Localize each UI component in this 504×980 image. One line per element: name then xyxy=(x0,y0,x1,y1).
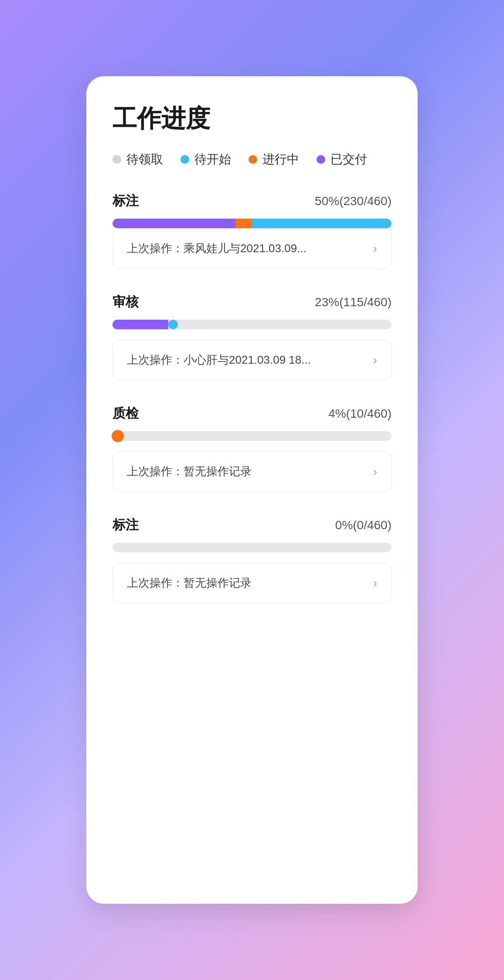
section-label-3: 质检 xyxy=(112,405,139,422)
chevron-icon-3: › xyxy=(373,465,377,479)
legend-item-inprogress: 进行中 xyxy=(249,151,299,168)
legend-label-waiting: 待开始 xyxy=(194,151,231,168)
section-stats-4: 0%(0/460) xyxy=(335,518,392,532)
section-label-2: 审核 xyxy=(112,293,139,311)
section-header-1: 标注 50%(230/460) xyxy=(112,192,392,210)
section-annotation-1: 标注 50%(230/460) 上次操作：乘风娃儿与2021.03.09... … xyxy=(112,192,392,269)
section-label-4: 标注 xyxy=(112,516,139,534)
legend-item-waiting: 待开始 xyxy=(180,151,231,168)
section-header-4: 标注 0%(0/460) xyxy=(112,516,392,534)
action-text-3: 上次操作：暂无操作记录 xyxy=(127,464,373,479)
section-quality: 质检 4%(10/460) 上次操作：暂无操作记录 › xyxy=(112,405,392,492)
bar2-blue-dot xyxy=(168,320,178,329)
section-header-3: 质检 4%(10/460) xyxy=(112,405,392,422)
bar1-blue-segment xyxy=(252,219,392,228)
legend-dot-inprogress xyxy=(249,155,257,164)
chevron-icon-2: › xyxy=(373,353,377,367)
legend-dot-pending xyxy=(112,155,121,164)
section-stats-3: 4%(10/460) xyxy=(328,407,392,421)
progress-bar-quality xyxy=(112,431,392,441)
main-card: 工作进度 待领取 待开始 进行中 已交付 标注 50%(230/460) xyxy=(86,76,418,904)
section-stats-2: 23%(115/460) xyxy=(315,295,392,309)
action-button-2[interactable]: 上次操作：小心肝与2021.03.09 18... › xyxy=(112,340,392,380)
section-label-1: 标注 xyxy=(112,192,139,210)
legend-label-inprogress: 进行中 xyxy=(262,151,299,168)
action-text-2: 上次操作：小心肝与2021.03.09 18... xyxy=(127,352,373,368)
chevron-icon-1: › xyxy=(373,242,377,256)
bar1-purple-segment xyxy=(112,219,235,228)
page-title: 工作进度 xyxy=(112,102,392,135)
section-annotation-2: 标注 0%(0/460) 上次操作：暂无操作记录 › xyxy=(112,516,392,603)
progress-bar-review xyxy=(112,320,392,329)
progress-bar-annotation-1 xyxy=(112,219,392,228)
action-button-3[interactable]: 上次操作：暂无操作记录 › xyxy=(112,451,392,492)
legend: 待领取 待开始 进行中 已交付 xyxy=(112,151,392,168)
action-text-4: 上次操作：暂无操作记录 xyxy=(127,575,373,591)
legend-label-delivered: 已交付 xyxy=(330,151,367,168)
chevron-icon-4: › xyxy=(373,576,377,590)
legend-dot-waiting xyxy=(180,155,189,164)
section-header-2: 审核 23%(115/460) xyxy=(112,293,392,311)
bar2-purple-segment xyxy=(112,320,168,329)
legend-item-pending: 待领取 xyxy=(112,151,163,168)
bar3-orange-dot xyxy=(112,430,124,442)
section-stats-1: 50%(230/460) xyxy=(315,194,392,208)
action-button-1[interactable]: 上次操作：乘风娃儿与2021.03.09... › xyxy=(112,228,392,269)
section-review: 审核 23%(115/460) 上次操作：小心肝与2021.03.09 18..… xyxy=(112,293,392,380)
action-button-4[interactable]: 上次操作：暂无操作记录 › xyxy=(112,563,392,603)
legend-item-delivered: 已交付 xyxy=(317,151,367,168)
bar1-orange-segment xyxy=(235,219,252,228)
action-text-1: 上次操作：乘风娃儿与2021.03.09... xyxy=(127,241,373,256)
legend-dot-delivered xyxy=(317,155,325,164)
progress-bar-annotation-2 xyxy=(112,543,392,552)
legend-label-pending: 待领取 xyxy=(126,151,163,168)
